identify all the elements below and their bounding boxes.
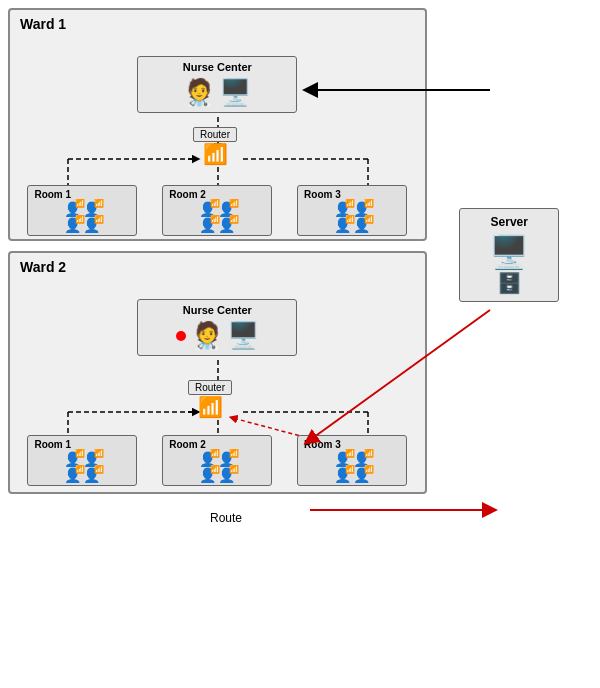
ward2-room3: Room 3 👤📶 👤📶 👤📶 👤📶 — [297, 435, 407, 486]
ward2-nurse-center: Nurse Center 🧑‍⚕️ 🖥️ — [137, 299, 297, 356]
ward2-alert-dot — [175, 321, 187, 351]
ward1-room1: Room 1 👤📶 👤📶 👤📶 👤📶 — [27, 185, 137, 236]
ward1-label: Ward 1 — [20, 16, 66, 32]
ward1-room3-label: Room 3 — [304, 189, 341, 200]
ward2-router-label: Router — [188, 380, 232, 395]
monitor-icon: 🖥️ — [219, 77, 251, 108]
ward2-room1-people: 👤📶 👤📶 👤📶 👤📶 — [64, 452, 100, 482]
w2-person-wifi-6: 👤📶 — [218, 452, 235, 466]
right-column: Server 🖥️ 🗄️ — [427, 8, 592, 680]
main-container: Ward 1 Nurse Center 🧑‍⚕️ 🖥️ — [0, 0, 600, 688]
server-box: Server 🖥️ 🗄️ — [459, 208, 559, 302]
nurse-person-icon: 🧑‍⚕️ — [183, 77, 215, 108]
ward2-network: Router 📶 Room 1 👤📶 👤📶 👤📶 👤📶 — [18, 360, 417, 480]
w2-person-wifi-4: 👤📶 — [83, 468, 100, 482]
person-wifi-3: 👤📶 — [64, 218, 81, 232]
ward1-room1-label: Room 1 — [34, 189, 71, 200]
person-wifi-1: 👤📶 — [64, 202, 81, 216]
ward2-router: Router 📶 — [188, 380, 232, 419]
ward2-nurse-icons: 🧑‍⚕️ 🖥️ — [175, 320, 259, 351]
ward2-router-wifi-icon: 📶 — [198, 395, 223, 419]
person-wifi-4: 👤📶 — [83, 218, 100, 232]
w2-person-wifi-7: 👤📶 — [199, 468, 216, 482]
w2-person-wifi-11: 👤📶 — [334, 468, 351, 482]
ward2-label: Ward 2 — [20, 259, 66, 275]
ward1-nurse-icons: 🧑‍⚕️ 🖥️ — [183, 77, 251, 108]
person-wifi-5: 👤📶 — [199, 202, 216, 216]
person-wifi-2: 👤📶 — [83, 202, 100, 216]
ward2-room3-label: Room 3 — [304, 439, 341, 450]
ward2-monitor-icon: 🖥️ — [227, 320, 259, 351]
ward2-rooms-row: Room 1 👤📶 👤📶 👤📶 👤📶 Room 2 👤📶 — [18, 435, 417, 486]
ward1-network: Router 📶 Room 1 👤📶 👤📶 👤📶 👤📶 — [18, 117, 417, 227]
ward2-room1-label: Room 1 — [34, 439, 71, 450]
ward1-nurse-center: Nurse Center 🧑‍⚕️ 🖥️ — [137, 56, 297, 113]
person-wifi-10: 👤📶 — [353, 202, 370, 216]
left-column: Ward 1 Nurse Center 🧑‍⚕️ 🖥️ — [8, 8, 427, 680]
ward1-box: Ward 1 Nurse Center 🧑‍⚕️ 🖥️ — [8, 8, 427, 241]
ward2-room2-label: Room 2 — [169, 439, 206, 450]
ward1-room3: Room 3 👤📶 👤📶 👤📶 👤📶 — [297, 185, 407, 236]
person-wifi-12: 👤📶 — [353, 218, 370, 232]
ward1-rooms-row: Room 1 👤📶 👤📶 👤📶 👤📶 Room 2 👤📶 — [18, 185, 417, 236]
ward1-router-wifi-icon: 📶 — [203, 142, 228, 166]
w2-person-wifi-12: 👤📶 — [353, 468, 370, 482]
server-tower-icon: 🖥️ — [489, 233, 529, 271]
ward2-box: Ward 2 Nurse Center 🧑‍⚕️ 🖥️ — [8, 251, 427, 494]
w2-person-wifi-3: 👤📶 — [64, 468, 81, 482]
person-wifi-7: 👤📶 — [199, 218, 216, 232]
w2-person-wifi-5: 👤📶 — [199, 452, 216, 466]
w2-person-wifi-alert: 👤📶 — [353, 452, 370, 466]
person-wifi-8: 👤📶 — [218, 218, 235, 232]
ward1-router: Router 📶 — [193, 127, 237, 166]
w2-person-wifi-2: 👤📶 — [83, 452, 100, 466]
w2-person-wifi-8: 👤📶 — [218, 468, 235, 482]
ward1-room2-label: Room 2 — [169, 189, 206, 200]
ward2-room2-people: 👤📶 👤📶 👤📶 👤📶 — [199, 452, 235, 482]
ward2-nurse-person-icon: 🧑‍⚕️ — [191, 320, 223, 351]
server-label: Server — [491, 215, 528, 229]
w2-person-wifi-9: 👤📶 — [334, 452, 351, 466]
ward2-nurse-center-label: Nurse Center — [183, 304, 252, 316]
ward2-room1: Room 1 👤📶 👤📶 👤📶 👤📶 — [27, 435, 137, 486]
ward2-room2: Room 2 👤📶 👤📶 👤📶 👤📶 — [162, 435, 272, 486]
ward1-router-label: Router — [193, 127, 237, 142]
ward2-room3-people: 👤📶 👤📶 👤📶 👤📶 — [334, 452, 370, 482]
person-wifi-9: 👤📶 — [334, 202, 351, 216]
w2-person-wifi-1: 👤📶 — [64, 452, 81, 466]
ward1-room3-people: 👤📶 👤📶 👤📶 👤📶 — [334, 202, 370, 232]
ward1-room1-people: 👤📶 👤📶 👤📶 👤📶 — [64, 202, 100, 232]
server-db-icon: 🗄️ — [497, 271, 522, 295]
person-wifi-11: 👤📶 — [334, 218, 351, 232]
person-wifi-6: 👤📶 — [218, 202, 235, 216]
ward1-nurse-center-label: Nurse Center — [183, 61, 252, 73]
ward1-room2: Room 2 👤📶 👤📶 👤📶 👤📶 — [162, 185, 272, 236]
ward1-room2-people: 👤📶 👤📶 👤📶 👤📶 — [199, 202, 235, 232]
